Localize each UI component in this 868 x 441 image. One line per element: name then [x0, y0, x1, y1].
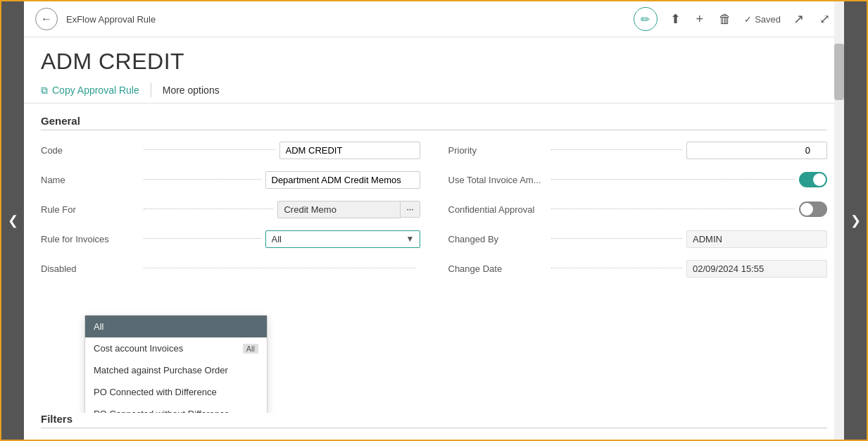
name-input[interactable] — [265, 171, 420, 189]
more-options-button[interactable]: More options — [163, 85, 220, 96]
share-button[interactable]: ⬆ — [667, 8, 684, 30]
delete-button[interactable]: 🗑 — [716, 9, 734, 30]
code-value-container — [279, 142, 420, 159]
checkmark-icon: ✓ — [744, 14, 752, 25]
copy-rule-label: Copy Approval Rule — [52, 85, 139, 96]
add-icon: + — [696, 12, 704, 27]
code-row: Code — [41, 139, 420, 161]
dropdown-option-cost-badge: All — [243, 344, 258, 354]
more-options-label: More options — [163, 85, 220, 96]
saved-status: ✓ Saved — [744, 14, 781, 25]
priority-value-container — [686, 142, 827, 159]
disabled-row: Disabled — [41, 257, 420, 280]
toolbar: ← ExFlow Approval Rule ✏ ⬆ + 🗑 ✓ Saved — [24, 1, 844, 37]
rule-for-invoices-row: Rule for Invoices All Cost account Invoi… — [41, 228, 420, 250]
priority-label: Priority — [448, 145, 547, 156]
change-date-row: Change Date 02/09/2024 15:55 — [448, 257, 828, 280]
dropdown-option-po-nodiff[interactable]: PO Connected without Difference — [85, 403, 267, 413]
use-total-label: Use Total Invoice Am... — [448, 175, 547, 185]
rule-for-invoices-dotted-line — [144, 238, 261, 239]
action-divider — [151, 83, 151, 97]
right-nav-button[interactable]: ❯ — [844, 1, 867, 440]
change-date-value: 02/09/2024 15:55 — [686, 260, 827, 278]
priority-row: Priority — [448, 139, 828, 161]
changed-by-value-container: ADMIN — [686, 230, 827, 248]
dropdown-option-cost-label: Cost account Invoices — [94, 343, 183, 354]
priority-dotted-line — [551, 149, 683, 150]
use-total-row: Use Total Invoice Am... — [448, 168, 828, 191]
dropdown-option-po-diff[interactable]: PO Connected with Difference — [85, 381, 267, 403]
page-breadcrumb: ExFlow Approval Rule — [66, 14, 625, 25]
changed-by-row: Changed By ADMIN — [448, 228, 828, 250]
share-icon: ⬆ — [670, 11, 681, 27]
external-link-icon: ↗ — [793, 11, 804, 27]
scrollbar-thumb[interactable] — [834, 44, 844, 100]
back-button[interactable]: ← — [35, 8, 58, 30]
filters-section: Filters — [24, 413, 844, 440]
changed-by-dotted-line — [551, 238, 683, 239]
add-button[interactable]: + — [693, 9, 707, 30]
dropdown-option-matched-label: Matched against Purchase Order — [94, 365, 228, 375]
edit-button[interactable]: ✏ — [634, 7, 658, 31]
disabled-label: Disabled — [41, 263, 139, 274]
general-section-title: General — [41, 115, 827, 130]
left-nav-button[interactable]: ❮ — [1, 1, 24, 440]
page-title: ADM CREDIT — [24, 37, 844, 77]
change-date-label: Change Date — [448, 263, 547, 274]
name-dotted-line — [144, 179, 261, 180]
copy-icon: ⧉ — [41, 85, 48, 97]
confidential-row: Confidential Approval — [448, 198, 828, 220]
changed-by-label: Changed By — [448, 234, 547, 244]
name-label: Name — [41, 175, 139, 185]
use-total-dotted-line — [551, 179, 795, 180]
use-total-toggle-knob — [813, 173, 826, 186]
confidential-toggle[interactable] — [799, 201, 827, 217]
code-dotted-line — [144, 149, 275, 150]
filters-title: Filters — [41, 413, 827, 428]
change-date-value-container: 02/09/2024 15:55 — [686, 260, 827, 278]
expand-button[interactable]: ⤢ — [817, 8, 833, 30]
dropdown-option-po-nodiff-label: PO Connected without Difference — [94, 409, 229, 413]
disabled-dotted-line — [144, 268, 416, 268]
name-row: Name — [41, 168, 420, 191]
name-value-container — [265, 171, 420, 189]
rule-for-label: Rule For — [41, 204, 139, 215]
form-right-col: Priority Use Total Invoice Am... — [448, 139, 828, 287]
dropdown-option-all[interactable]: All — [85, 316, 267, 337]
rule-for-ellipsis-button[interactable]: ··· — [401, 201, 420, 218]
dropdown-option-all-label: All — [94, 321, 103, 332]
rule-for-invoices-label: Rule for Invoices — [41, 234, 139, 244]
rule-for-invoices-value-container: All Cost account Invoices Matched agains… — [265, 230, 420, 248]
use-total-value-container — [799, 172, 827, 187]
confidential-toggle-knob — [800, 203, 813, 216]
right-arrow-icon: ❯ — [850, 213, 861, 228]
rule-for-invoices-select[interactable]: All Cost account Invoices Matched agains… — [265, 230, 420, 248]
external-link-button[interactable]: ↗ — [791, 8, 807, 30]
rule-for-invoices-select-container: All Cost account Invoices Matched agains… — [265, 230, 420, 248]
confidential-dotted-line — [551, 209, 795, 209]
action-bar: ⧉ Copy Approval Rule More options — [24, 77, 844, 104]
change-date-dotted-line — [551, 268, 683, 268]
toolbar-actions: ✏ ⬆ + 🗑 ✓ Saved ↗ ⤢ — [634, 7, 833, 31]
changed-by-value: ADMIN — [686, 230, 827, 248]
back-icon: ← — [41, 13, 52, 25]
expand-icon: ⤢ — [819, 11, 830, 27]
use-total-toggle[interactable] — [799, 172, 827, 187]
copy-approval-rule-button[interactable]: ⧉ Copy Approval Rule — [41, 85, 151, 97]
saved-label: Saved — [755, 14, 781, 25]
rule-for-dotted-line — [144, 209, 273, 209]
delete-icon: 🗑 — [719, 12, 731, 27]
dropdown-option-po-diff-label: PO Connected with Difference — [94, 387, 217, 397]
dropdown-option-cost[interactable]: Cost account Invoices All — [85, 337, 267, 359]
rule-for-input[interactable] — [277, 201, 401, 218]
confidential-value-container — [799, 201, 827, 217]
confidential-label: Confidential Approval — [448, 204, 547, 215]
rule-for-value-container: ··· — [277, 201, 420, 218]
code-input[interactable] — [279, 142, 420, 159]
left-arrow-icon: ❮ — [8, 213, 18, 228]
dropdown-option-matched[interactable]: Matched against Purchase Order — [85, 359, 267, 381]
priority-input[interactable] — [686, 142, 827, 159]
invoices-dropdown: All Cost account Invoices All Matched ag… — [84, 315, 268, 413]
rule-for-row: Rule For ··· — [41, 198, 420, 220]
code-label: Code — [41, 145, 139, 156]
